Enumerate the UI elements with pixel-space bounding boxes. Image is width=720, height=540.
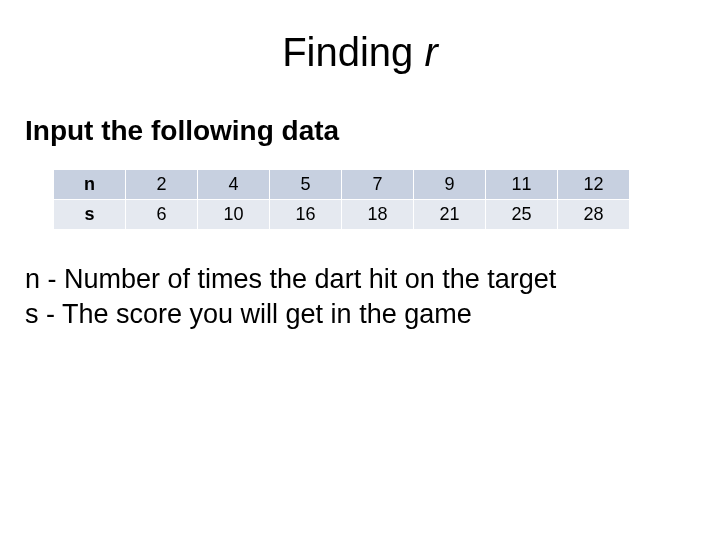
table-row: n 2 4 5 7 9 11 12 [54,170,630,200]
row-label-n: n [54,170,126,200]
data-table: n 2 4 5 7 9 11 12 s 6 10 16 18 21 25 28 [53,169,630,230]
cell: 2 [126,170,198,200]
cell: 6 [126,200,198,230]
title-variable: r [424,30,437,74]
cell: 10 [198,200,270,230]
slide: Finding r Input the following data n 2 4… [0,0,720,540]
cell: 7 [342,170,414,200]
data-table-wrap: n 2 4 5 7 9 11 12 s 6 10 16 18 21 25 28 [53,169,695,230]
legend-line-n: n - Number of times the dart hit on the … [25,262,695,297]
row-label-s: s [54,200,126,230]
cell: 12 [558,170,630,200]
legend-line-s: s - The score you will get in the game [25,297,695,332]
cell: 16 [270,200,342,230]
cell: 11 [486,170,558,200]
title-text: Finding [282,30,424,74]
cell: 21 [414,200,486,230]
cell: 5 [270,170,342,200]
subtitle: Input the following data [25,115,695,147]
cell: 18 [342,200,414,230]
slide-title: Finding r [25,30,695,75]
cell: 28 [558,200,630,230]
cell: 25 [486,200,558,230]
legend: n - Number of times the dart hit on the … [25,262,695,332]
cell: 9 [414,170,486,200]
cell: 4 [198,170,270,200]
table-row: s 6 10 16 18 21 25 28 [54,200,630,230]
